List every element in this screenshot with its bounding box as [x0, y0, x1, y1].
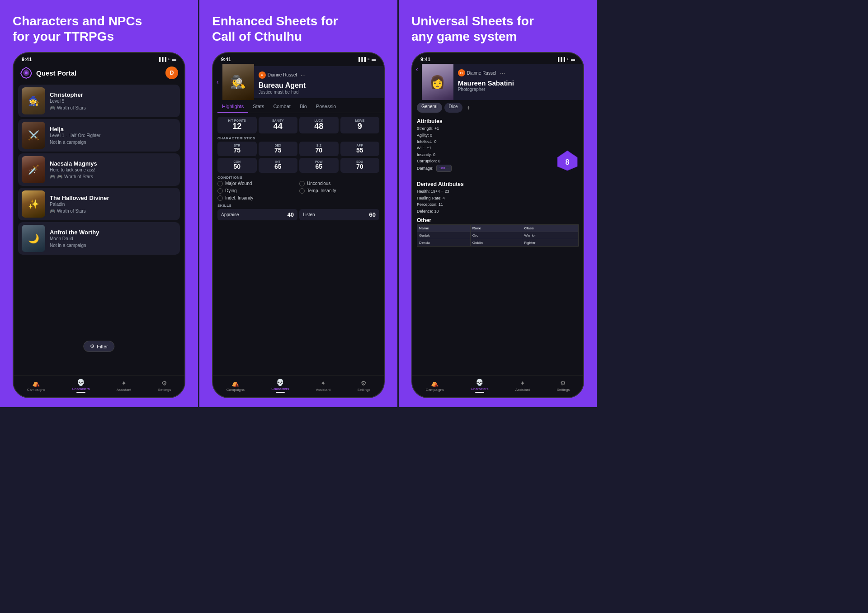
list-item[interactable]: ✨ The Hallowed Diviner Paladin 🎮 Wrath o…	[18, 188, 180, 220]
condition-unconscious[interactable]: Unconcious	[299, 181, 379, 186]
filter-button[interactable]: ⚙ Filter	[83, 341, 114, 352]
char-campaign-anfroi: Not in a campaign	[50, 243, 176, 248]
tab-characters-left[interactable]: 💀 Characters	[72, 379, 90, 393]
tab-active-indicator	[76, 392, 85, 393]
back-button-right[interactable]: ‹	[412, 64, 422, 100]
tab-highlights[interactable]: Highlights	[217, 100, 248, 113]
tab-settings-mid[interactable]: ⚙ Settings	[357, 380, 370, 392]
more-options-button-right[interactable]: ···	[498, 67, 507, 78]
attributes-title: Attributes	[417, 118, 579, 124]
attr-will: Will: +1	[417, 145, 579, 151]
tab-bio[interactable]: Bio	[295, 100, 311, 113]
campaigns-icon-right: ⛺	[431, 380, 439, 387]
left-panel-title: Characters and NPCsfor your TTRPGs	[13, 14, 185, 44]
condition-dying[interactable]: Dying	[217, 188, 297, 194]
tab-assistant-mid[interactable]: ✦ Assistant	[316, 380, 330, 392]
right-user-avatar: D	[458, 69, 465, 76]
table-row: Dendu Goblin Fighter	[417, 239, 579, 246]
right-panel-title: Universal Sheets forany game system	[411, 14, 584, 44]
characters-label: Characters	[72, 387, 90, 391]
tab-characters-right[interactable]: 💀 Characters	[471, 379, 488, 393]
tab-assistant-right[interactable]: ✦ Assistant	[515, 380, 530, 392]
add-tab-button[interactable]: +	[465, 103, 473, 113]
campaign-name-helja: Not in a campaign	[50, 140, 86, 145]
stat-str: STR 75	[217, 142, 257, 156]
battery-icon-right: ▬	[571, 57, 575, 62]
stat-app: APP 55	[340, 142, 380, 156]
char-info-christopher: Christopher Level 5 🎮 Wrath of Stars	[50, 91, 176, 110]
tab-settings-right[interactable]: ⚙ Settings	[557, 380, 570, 392]
back-button-mid[interactable]: ‹	[213, 76, 222, 87]
settings-label: Settings	[158, 388, 171, 392]
condition-temp-insanity[interactable]: Temp. Insanity	[299, 188, 379, 194]
portrait-icon-hallowed: ✨	[22, 190, 45, 218]
condition-circle	[217, 188, 223, 194]
right-panel: Universal Sheets forany game system 9:41…	[399, 0, 597, 407]
list-item[interactable]: 🗡️ Naesala Magmys Here to kick some ass!…	[18, 153, 180, 186]
other-section: Other Name Race Class Gartak	[417, 217, 579, 247]
conditions-label: CONDITIONS	[217, 176, 379, 180]
condition-circle	[299, 188, 305, 194]
assistant-icon: ✦	[121, 380, 127, 387]
campaign-name-hallowed: Wrath of Stars	[57, 209, 86, 214]
dice-display: 8	[556, 149, 579, 174]
tab-combat[interactable]: Combat	[269, 100, 295, 113]
cell-class-gartak: Warrior	[522, 232, 579, 239]
char-avatar-hallowed: ✨	[22, 190, 45, 218]
char-info-naesala: Naesala Magmys Here to kick some ass! 🎮 …	[50, 160, 176, 179]
list-item[interactable]: 🧙 Christopher Level 5 🎮 Wrath of Stars	[18, 85, 180, 117]
skill-name-appraise: Appraise	[221, 212, 239, 217]
characters-label-right: Characters	[471, 387, 488, 391]
damage-badge[interactable]: 1d8 ···	[436, 165, 452, 172]
stat-luck: LUCK 48	[299, 117, 339, 133]
tab-campaigns-mid[interactable]: ⛺ Campaigns	[226, 380, 245, 392]
more-options-button-mid[interactable]: ···	[299, 70, 308, 81]
tab-campaigns-left[interactable]: ⛺ Campaigns	[27, 380, 45, 392]
table-row: Gartak Orc Warrior	[417, 232, 579, 239]
tab-characters-mid[interactable]: 💀 Characters	[271, 379, 289, 393]
stat-value-sanity: 44	[260, 122, 296, 131]
stat-hit-points: HIT POINTS 12	[217, 117, 257, 133]
tab-settings-left[interactable]: ⚙ Settings	[158, 380, 171, 392]
character-list: 🧙 Christopher Level 5 🎮 Wrath of Stars ⚔…	[14, 83, 184, 375]
conditions-grid: Major Wound Unconcious Dying Temp. Insan…	[217, 181, 379, 201]
list-item[interactable]: ⚔️ Helja Level 1 - Half-Orc Fighter Not …	[18, 119, 180, 152]
stat-sanity: SANITY 44	[259, 117, 298, 133]
main-stats-section: HIT POINTS 12 SANITY 44 LUCK 48 MOVE 9	[217, 117, 379, 133]
campaign-icon: 🎮	[50, 105, 55, 110]
attributes-section: Attributes Strength: +1 Agility: 0 Intel…	[417, 118, 579, 172]
tab-assistant-left[interactable]: ✦ Assistant	[117, 380, 131, 392]
char-info-helja: Helja Level 1 - Half-Orc Fighter Not in …	[50, 126, 176, 145]
right-sheet-content: Attributes Strength: +1 Agility: 0 Intel…	[412, 115, 583, 375]
tab-campaigns-right[interactable]: ⛺ Campaigns	[426, 380, 444, 392]
char-name-hallowed: The Hallowed Diviner	[50, 195, 176, 201]
list-item[interactable]: 🌙 Anfroi the Worthy Moon Druid Not in a …	[18, 222, 180, 255]
value-dex: 75	[260, 147, 296, 154]
campaign-name-anfroi: Not in a campaign	[50, 243, 86, 248]
characteristics-section: CHARACTERISTICS STR 75 DEX 75 SIZ 70	[217, 136, 379, 173]
attr-corruption: Corruption: 0	[417, 158, 579, 164]
sheet-tab-general[interactable]: General	[417, 103, 442, 113]
condition-indef-insanity[interactable]: Indef. Insanity	[217, 195, 297, 201]
assistant-icon-right: ✦	[520, 380, 525, 387]
value-siz: 70	[301, 147, 337, 154]
char-avatar-anfroi: 🌙	[22, 225, 45, 252]
settings-icon-right: ⚙	[560, 380, 566, 387]
characters-icon-right: 💀	[476, 379, 483, 386]
tab-possessions[interactable]: Posessio	[311, 100, 341, 113]
status-bar-mid: 9:41 ▐▐▐ ≈ ▬	[213, 53, 384, 64]
settings-icon: ⚙	[161, 380, 167, 387]
attr-agility: Agility: 0	[417, 132, 579, 138]
sheet-tab-dice[interactable]: Dice	[444, 103, 462, 113]
skill-value-listen: 60	[369, 211, 376, 218]
mid-char-sub: Justice must be had	[259, 90, 379, 95]
user-avatar[interactable]: D	[165, 67, 178, 79]
stat-value-move: 9	[342, 122, 378, 131]
condition-major-wound[interactable]: Major Wound	[217, 181, 297, 186]
tab-stats[interactable]: Stats	[248, 100, 269, 113]
right-char-name: Maureen Sabatini	[458, 79, 579, 87]
tab-active-indicator-mid	[276, 392, 285, 393]
left-panel: Characters and NPCsfor your TTRPGs 9:41 …	[0, 0, 198, 407]
portrait-icon-naesala: 🗡️	[22, 156, 45, 183]
condition-circle	[217, 195, 223, 201]
